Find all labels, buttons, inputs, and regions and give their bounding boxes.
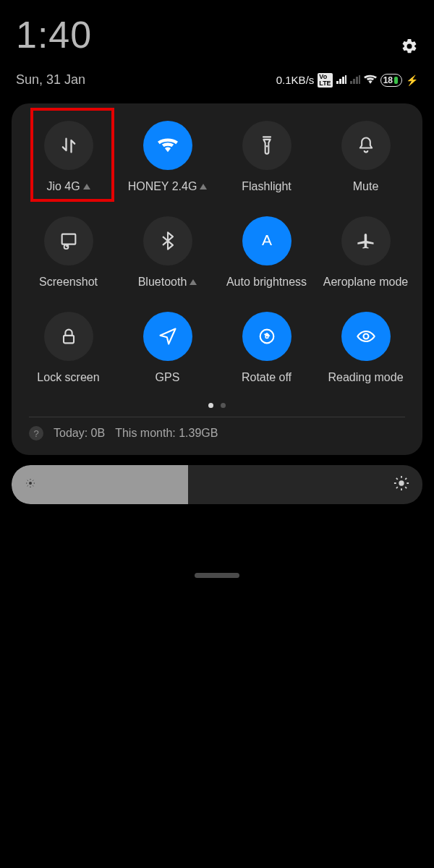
tile-label: Lock screen bbox=[37, 371, 99, 384]
svg-line-17 bbox=[405, 478, 407, 480]
tile-label: Bluetooth bbox=[138, 276, 197, 289]
tile-button[interactable] bbox=[143, 121, 192, 170]
svg-line-15 bbox=[405, 487, 407, 488]
signal-sim1-icon bbox=[336, 74, 346, 86]
bell-icon bbox=[356, 135, 376, 156]
tile-label: Reading mode bbox=[328, 371, 403, 384]
screenshot-icon bbox=[59, 231, 79, 251]
gps-icon bbox=[158, 326, 178, 346]
auto-brightness-icon bbox=[257, 231, 277, 251]
rotate-icon bbox=[257, 326, 277, 346]
flashlight-icon bbox=[257, 135, 277, 156]
tile-label: Rotate off bbox=[242, 371, 292, 384]
usage-today: Today: 0B bbox=[54, 427, 105, 440]
page-dot-1[interactable] bbox=[208, 403, 213, 408]
lock-icon bbox=[59, 326, 79, 346]
tile-label: Jio 4G bbox=[46, 180, 90, 193]
tile-button[interactable] bbox=[242, 121, 292, 170]
brightness-fill bbox=[12, 465, 188, 504]
tile-button[interactable] bbox=[44, 216, 93, 265]
tile-label: Flashlight bbox=[242, 180, 291, 193]
tile-auto-brightness: Auto brightness bbox=[217, 216, 316, 289]
battery-icon: 18 bbox=[380, 74, 402, 87]
tile-label: Auto brightness bbox=[226, 276, 307, 289]
tiles-grid: Jio 4GHONEY 2.4GFlashlightMuteScreenshot… bbox=[19, 121, 415, 384]
tile-label: Mute bbox=[353, 180, 379, 193]
eye-icon bbox=[356, 326, 376, 346]
tile-button[interactable] bbox=[242, 312, 292, 361]
tile-lock-screen: Lock screen bbox=[19, 312, 118, 384]
tile-label: Aeroplane mode bbox=[323, 276, 408, 289]
status-icons: 0.1KB/s VoLTE 18 ⚡ bbox=[276, 73, 418, 88]
status-area: 1:40 Sun, 31 Jan 0.1KB/s VoLTE 18 ⚡ bbox=[0, 0, 434, 95]
gesture-nav-handle[interactable] bbox=[195, 573, 239, 578]
tile-button[interactable] bbox=[44, 312, 93, 361]
tile-button[interactable] bbox=[341, 121, 391, 170]
tile-button[interactable] bbox=[242, 216, 292, 265]
svg-line-8 bbox=[33, 480, 33, 481]
page-dot-2[interactable] bbox=[221, 403, 226, 408]
tile-label: GPS bbox=[156, 371, 180, 384]
data-usage-row[interactable]: ? Today: 0B This month: 1.39GB bbox=[19, 417, 415, 445]
tile-button[interactable] bbox=[143, 312, 192, 361]
tile-mute: Mute bbox=[316, 121, 415, 193]
brightness-high-icon bbox=[393, 475, 409, 494]
usage-month: This month: 1.39GB bbox=[115, 427, 218, 440]
svg-line-6 bbox=[33, 485, 33, 486]
tile-bluetooth: Bluetooth bbox=[118, 216, 217, 289]
svg-line-5 bbox=[27, 480, 28, 481]
svg-line-16 bbox=[396, 487, 398, 488]
svg-line-14 bbox=[396, 478, 398, 480]
tile-button[interactable] bbox=[341, 312, 391, 361]
network-speed: 0.1KB/s bbox=[276, 74, 315, 86]
svg-line-7 bbox=[27, 485, 28, 486]
brightness-low-icon bbox=[25, 477, 36, 492]
signal-sim2-icon bbox=[350, 74, 360, 86]
tile-button[interactable] bbox=[341, 216, 391, 265]
tile-gps: GPS bbox=[118, 312, 217, 384]
help-icon[interactable]: ? bbox=[29, 426, 43, 441]
tile-label: Screenshot bbox=[39, 276, 98, 289]
tile-button[interactable] bbox=[143, 216, 192, 265]
tile-button[interactable] bbox=[44, 121, 93, 170]
brightness-slider[interactable] bbox=[12, 465, 422, 504]
airplane-icon bbox=[356, 231, 376, 251]
wifi-status-icon bbox=[364, 74, 377, 86]
status-date: Sun, 31 Jan bbox=[16, 72, 85, 88]
expand-chevron-icon[interactable] bbox=[83, 184, 90, 190]
clock-time: 1:40 bbox=[16, 16, 92, 54]
svg-point-9 bbox=[399, 480, 404, 485]
tile-jio-4g: Jio 4G bbox=[19, 121, 118, 193]
page-indicator[interactable] bbox=[19, 403, 415, 408]
tile-rotate-off: Rotate off bbox=[217, 312, 316, 384]
mobile-data-icon bbox=[59, 135, 79, 156]
quick-settings-panel: Jio 4GHONEY 2.4GFlashlightMuteScreenshot… bbox=[12, 103, 422, 455]
svg-point-0 bbox=[29, 482, 32, 485]
bluetooth-icon bbox=[158, 231, 178, 251]
tile-honey-2-4g: HONEY 2.4G bbox=[118, 121, 217, 193]
wifi-icon bbox=[158, 135, 178, 156]
tile-screenshot: Screenshot bbox=[19, 216, 118, 289]
volte-icon: VoLTE bbox=[318, 73, 332, 88]
tile-label: HONEY 2.4G bbox=[128, 180, 208, 193]
tile-aeroplane-mode: Aeroplane mode bbox=[316, 216, 415, 289]
expand-chevron-icon[interactable] bbox=[200, 184, 207, 190]
settings-gear-icon[interactable] bbox=[401, 38, 418, 58]
tile-reading-mode: Reading mode bbox=[316, 312, 415, 384]
tile-flashlight: Flashlight bbox=[217, 121, 316, 193]
charging-icon: ⚡ bbox=[406, 75, 418, 86]
expand-chevron-icon[interactable] bbox=[190, 279, 197, 285]
